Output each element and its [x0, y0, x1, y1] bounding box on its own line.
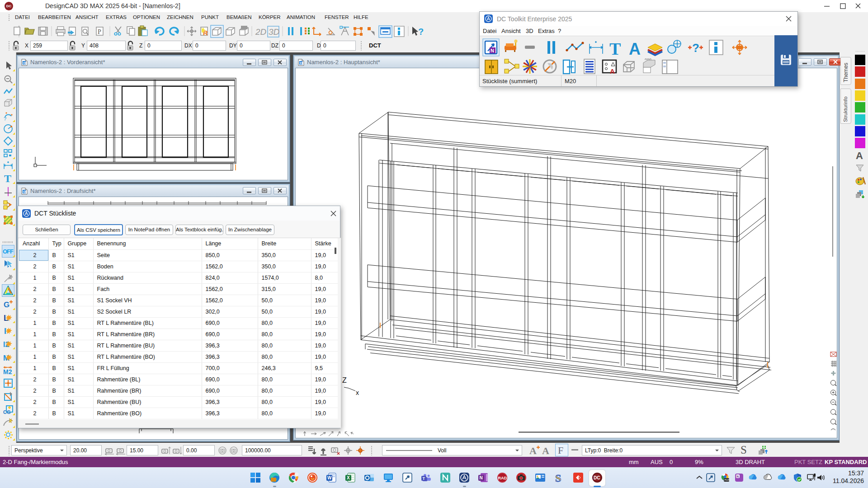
- svg-text:2D: 2D: [255, 27, 267, 37]
- svg-text:F: F: [558, 445, 563, 456]
- svg-text:OFF: OFF: [3, 248, 14, 255]
- svg-text:G: G: [4, 300, 9, 309]
- svg-text:?: ?: [692, 41, 699, 55]
- svg-text:3D: 3D: [269, 27, 280, 37]
- svg-text:T: T: [4, 173, 11, 183]
- svg-text:N: N: [736, 475, 739, 478]
- svg-text:N: N: [491, 48, 494, 53]
- svg-text:D: D: [24, 190, 26, 194]
- svg-text:RAD: RAD: [498, 476, 507, 480]
- svg-text:W: W: [327, 475, 332, 480]
- svg-text:PCREI: PCREI: [725, 479, 731, 481]
- svg-text:T: T: [423, 476, 425, 481]
- svg-text:Z: Z: [342, 376, 347, 384]
- svg-text:D: D: [24, 61, 26, 65]
- svg-text:CG: CG: [3, 409, 11, 415]
- svg-text:N: N: [480, 475, 483, 480]
- svg-text:?: ?: [418, 27, 424, 37]
- svg-text:S: S: [555, 472, 561, 483]
- svg-text:P: P: [98, 28, 101, 35]
- svg-text:A: A: [529, 445, 537, 456]
- svg-text:A: A: [542, 445, 549, 456]
- svg-text:T: T: [609, 39, 621, 58]
- svg-text:DC: DC: [594, 475, 600, 480]
- svg-text:M2: M2: [3, 368, 12, 375]
- svg-text:A: A: [610, 67, 615, 75]
- svg-text:A: A: [629, 40, 641, 58]
- svg-text:?: ?: [4, 116, 6, 122]
- svg-text:x: x: [356, 389, 359, 396]
- svg-text:D: D: [300, 61, 303, 65]
- svg-text:X: X: [347, 475, 350, 480]
